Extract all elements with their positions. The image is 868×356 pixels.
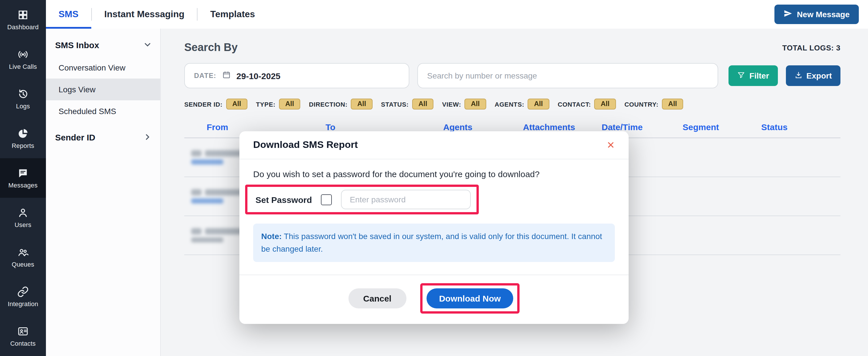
people-icon	[17, 247, 29, 258]
sidebar-item-messages[interactable]: Messages	[0, 158, 46, 198]
grid-icon	[17, 9, 29, 21]
primary-sidebar: Dashboard Live Calls Logs Reports Messag…	[0, 0, 46, 356]
pie-chart-icon	[17, 128, 29, 139]
tab-instant-messaging[interactable]: Instant Messaging	[92, 0, 197, 29]
filter-country-label: COUNTRY:	[624, 101, 658, 107]
sidebar-item-label: Queues	[12, 261, 34, 268]
search-by-title: Search By	[184, 41, 238, 54]
set-password-label: Set Password	[255, 194, 312, 204]
sender-id-label: Sender ID	[55, 133, 95, 142]
user-icon	[17, 207, 29, 218]
app-window: Dashboard Live Calls Logs Reports Messag…	[0, 0, 868, 356]
download-now-button[interactable]: Download Now	[427, 289, 514, 309]
flag-redacted	[191, 228, 202, 235]
filter-contact-value[interactable]: All	[594, 99, 616, 109]
download-now-annotation-box: Download Now	[420, 283, 520, 314]
sidebar-item-dashboard[interactable]: Dashboard	[0, 0, 46, 40]
filter-button-label: Filter	[749, 71, 769, 80]
sidebar-item-users[interactable]: Users	[0, 198, 46, 237]
password-input[interactable]	[341, 190, 471, 209]
link-icon	[17, 286, 29, 297]
filter-direction-value[interactable]: All	[351, 99, 373, 109]
link-redacted	[191, 198, 223, 204]
sidebar-item-label: Contacts	[10, 341, 36, 347]
filter-view-value[interactable]: All	[464, 99, 486, 109]
history-icon	[17, 88, 29, 100]
sidebar-item-contacts[interactable]: Contacts	[0, 316, 46, 356]
column-header-to: To	[326, 122, 443, 132]
filter-contact-label: CONTACT:	[558, 101, 591, 107]
date-label: DATE:	[194, 72, 216, 80]
search-input[interactable]	[417, 63, 718, 88]
date-range-picker[interactable]: DATE: 29-10-2025	[184, 63, 409, 88]
close-icon[interactable]: ✕	[607, 140, 615, 150]
sub-redacted	[191, 237, 223, 243]
sidebar-item-label: Messages	[8, 182, 38, 189]
sidebar-item-conversation-view[interactable]: Conversation View	[46, 57, 160, 78]
set-password-checkbox[interactable]	[321, 194, 332, 205]
sidebar-item-label: Live Calls	[9, 64, 37, 70]
sidebar-item-integration[interactable]: Integration	[0, 277, 46, 316]
tab-label: Instant Messaging	[104, 9, 184, 20]
sidebar-item-scheduled-sms[interactable]: Scheduled SMS	[46, 100, 160, 122]
send-icon	[784, 9, 792, 20]
sidebar-item-reports[interactable]: Reports	[0, 119, 46, 158]
broadcast-icon	[17, 49, 29, 60]
total-logs-count: TOTAL LOGS: 3	[782, 43, 840, 52]
chat-icon	[17, 167, 29, 179]
password-note: Note: This password won't be saved in ou…	[253, 223, 615, 262]
set-password-annotation-box: Set Password	[245, 185, 479, 214]
tab-templates[interactable]: Templates	[198, 0, 268, 29]
filter-type-value[interactable]: All	[279, 99, 301, 109]
filter-agents-value[interactable]: All	[528, 99, 549, 109]
filter-type-label: TYPE:	[256, 101, 276, 107]
filter-button[interactable]: Filter	[729, 65, 778, 86]
tab-label: Templates	[210, 9, 255, 20]
column-header-attachments: Attachments	[523, 122, 601, 132]
note-text: This password won't be saved in our syst…	[261, 232, 602, 253]
export-button[interactable]: Export	[786, 65, 840, 86]
filter-sender-id-label: SENDER ID:	[184, 101, 222, 107]
channel-tabs: SMS Instant Messaging Templates	[46, 0, 268, 29]
sidebar-item-label: Dashboard	[7, 24, 38, 30]
new-message-label: New Message	[797, 10, 849, 19]
chevron-down-icon	[144, 40, 151, 50]
flag-redacted	[191, 189, 202, 195]
new-message-button[interactable]: New Message	[774, 5, 859, 24]
note-label: Note:	[261, 232, 282, 241]
sender-id-section[interactable]: Sender ID	[46, 126, 160, 149]
funnel-icon	[737, 71, 745, 80]
sms-inbox-label: SMS Inbox	[55, 40, 99, 50]
tab-sms[interactable]: SMS	[46, 0, 91, 29]
column-header-datetime: Date/Time	[601, 122, 683, 132]
sidebar-item-logs[interactable]: Logs	[0, 79, 46, 119]
download-sms-report-modal: Download SMS Report ✕ Do you wish to set…	[239, 131, 629, 324]
column-header-agents: Agents	[443, 122, 523, 132]
link-redacted	[191, 159, 223, 165]
calendar-icon	[222, 70, 231, 81]
filter-status-value[interactable]: All	[412, 99, 434, 109]
filter-agents-label: AGENTS:	[495, 101, 524, 107]
filter-direction-label: DIRECTION:	[309, 101, 347, 107]
quick-filters: SENDER ID:All TYPE:All DIRECTION:All STA…	[184, 99, 840, 109]
download-icon	[794, 71, 802, 80]
sidebar-item-live-calls[interactable]: Live Calls	[0, 40, 46, 79]
export-button-label: Export	[806, 71, 832, 80]
secondary-sidebar: SMS Inbox Conversation View Logs View Sc…	[46, 29, 161, 356]
filter-sender-id-value[interactable]: All	[226, 99, 247, 109]
sms-inbox-section[interactable]: SMS Inbox	[46, 33, 160, 57]
flag-redacted	[191, 150, 202, 156]
cancel-button[interactable]: Cancel	[348, 289, 406, 309]
column-header-segment: Segment	[683, 122, 761, 132]
column-header-status: Status	[761, 122, 840, 132]
sidebar-item-logs-view[interactable]: Logs View	[46, 78, 160, 100]
sidebar-item-queues[interactable]: Queues	[0, 237, 46, 277]
tab-label: SMS	[59, 9, 79, 20]
filter-status-label: STATUS:	[381, 101, 408, 107]
modal-title: Download SMS Report	[253, 139, 358, 151]
topbar: SMS Instant Messaging Templates New Mess…	[46, 0, 868, 29]
sidebar-item-label: Reports	[12, 143, 34, 149]
column-header-from: From	[184, 122, 326, 132]
password-question-text: Do you wish to set a password for the do…	[253, 169, 615, 179]
filter-country-value[interactable]: All	[662, 99, 683, 109]
